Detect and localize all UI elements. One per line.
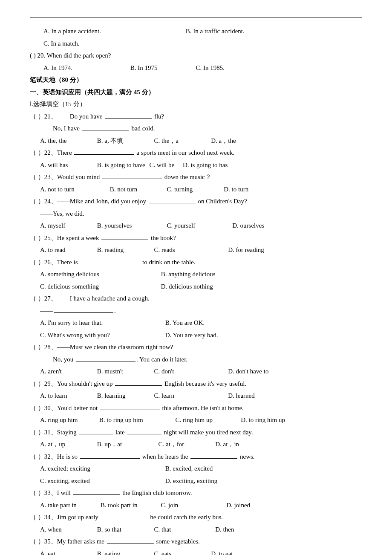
q25-stem-post: the book? [149, 234, 176, 241]
q19-optA: A. In a plane accident. [43, 25, 184, 38]
q21-optA: A. the, the [40, 135, 95, 147]
q34-optD: D. then [215, 523, 234, 536]
q26-optD: D. delicious nothing [161, 280, 213, 293]
q22-blank[interactable] [74, 148, 134, 155]
q21-optD: D. a，the [211, 135, 236, 147]
q29-stem-post: English because it's very useful. [163, 380, 246, 387]
q22-optD: D. is going to has [183, 159, 228, 171]
q35-stem: （ ）35、My father asks me some vegetables. [30, 535, 362, 548]
q35-optA: A. eat [40, 548, 95, 555]
q23-blank[interactable] [102, 172, 162, 179]
q28-blank[interactable] [76, 355, 135, 361]
q21-blank2[interactable] [82, 124, 129, 130]
q21-line2: ——No, I have bad cold. [30, 122, 362, 135]
q22-optC: C. will be [149, 159, 174, 171]
q23-optA: A. not to turn [40, 183, 108, 196]
q27-optB: B. You are OK. [165, 317, 205, 329]
q31-blank1[interactable] [79, 428, 113, 434]
q32-stem-mid: when he hears the [141, 453, 190, 460]
q19-options-line1: A. In a plane accident. B. In a traffic … [30, 25, 362, 38]
q21-stem: （ ）21、——Do you have flu? [30, 110, 362, 123]
q23-stem-post: down the music？ [163, 173, 211, 180]
q25-optD: D. for reading [228, 244, 264, 256]
q27-options-line2: C. What's wrong with you? D. You are ver… [30, 329, 362, 341]
q25-optC: C. reads [154, 244, 227, 256]
q27-blank[interactable] [54, 306, 113, 313]
q32-optA: A. excited; exciting [40, 462, 164, 475]
q32-optC: C. exciting, excited [40, 475, 164, 487]
q23-stem: （ ）23、Would you mind down the music？ [30, 171, 362, 183]
q26-optA: A. something delicious [40, 268, 159, 280]
q32-blank1[interactable] [80, 452, 140, 459]
q22-stem-post: a sports meet in our school next week. [135, 149, 234, 156]
q32-options-line2: C. exciting, excited D. exciting, exciti… [30, 475, 362, 487]
q23-optB: B. not turn [110, 183, 165, 196]
q25-blank[interactable] [101, 233, 148, 240]
q31-optA: A. at，up [40, 438, 95, 451]
q27-options-line1: A. I'm sorry to hear that. B. You are OK… [30, 317, 362, 329]
q30-optA: A. ring up him [40, 414, 98, 426]
q24-stem: （ ）24、——Mike and John, did you enjoy on … [30, 195, 362, 208]
q19-optB: B. In a traffic accident. [186, 28, 245, 35]
q31-optD: D. at，in [215, 438, 239, 451]
q20-optB: B. In 1975 [130, 62, 194, 74]
q35-optC: C. eats [154, 548, 210, 555]
q30-options: A. ring up him B. to ring up him C. ring… [30, 414, 362, 426]
q26-blank[interactable] [80, 257, 140, 264]
section-one-heading: 一、英语知识应用（共四大题，满分 45 分） [30, 86, 362, 98]
q22-stem: （ ）22、There a sports meet in our school … [30, 147, 362, 159]
q34-blank[interactable] [101, 512, 148, 519]
q19-optC: C. In a match. [43, 40, 80, 47]
q25-optA: A. to read [40, 244, 95, 256]
q30-optB: B. to ring up him [99, 414, 174, 426]
q30-blank[interactable] [100, 403, 160, 410]
q28-optA: A. aren't [40, 365, 95, 378]
q24-stem-post: on Children's Day? [196, 198, 247, 205]
q28-line2-post: . You can do it later. [136, 356, 187, 363]
q24-options: A. myself B. yourselves C. yourself D. o… [30, 220, 362, 232]
q21-blank1[interactable] [105, 112, 152, 119]
q28-line2-pre: ——No, you [40, 356, 75, 363]
q30-optC: C. ring him up [176, 414, 239, 426]
q21-options: A. the, the B. a, 不填 C. the，a D. a，the [30, 135, 362, 147]
q22-options: A. will has B. is going to have C. will … [30, 159, 362, 171]
q31-blank2[interactable] [127, 428, 161, 434]
q27-optC: C. What's wrong with you? [40, 329, 164, 341]
q35-options: A. eat B. eating C. eats D. to eat [30, 548, 362, 555]
q22-optA: A. will has [40, 159, 95, 171]
q28-optD: D. don't have to [228, 365, 268, 378]
q24-stem-pre: （ ）24、——Mike and John, did you enjoy [30, 198, 148, 205]
q19-options-line2: C. In a match. [30, 38, 362, 50]
q29-stem: （ ）29、You shouldn't give up English beca… [30, 378, 362, 390]
q25-stem: （ ）25、He spent a week the book? [30, 232, 362, 244]
q26-optB: B. anything delicious [161, 268, 216, 280]
q25-stem-pre: （ ）25、He spent a week [30, 234, 101, 241]
q28-stem: （ ）28、——Must we clean the classroom righ… [30, 341, 362, 353]
section-written-heading: 笔试天地（80 分） [30, 74, 362, 86]
q29-blank[interactable] [115, 379, 162, 386]
q24-optB: B. yourselves [97, 220, 165, 232]
q20-optA: A. In 1974. [43, 62, 129, 74]
q24-optA: A. myself [40, 220, 95, 232]
q33-blank[interactable] [73, 488, 120, 495]
q29-optC: C. learn [154, 390, 227, 402]
q29-stem-pre: （ ）29、You shouldn't give up [30, 380, 114, 387]
q34-optA: A. when [40, 523, 95, 536]
q31-stem-pre: （ ）31、Staying [30, 429, 78, 436]
q32-stem: （ ）32、He is so when he hears the news. [30, 451, 362, 463]
q21-optC: C. the，a [154, 135, 210, 147]
q32-blank2[interactable] [190, 452, 237, 459]
q24-blank[interactable] [149, 197, 196, 203]
q28-optB: B. mustn't [97, 365, 153, 378]
q35-stem-pre: （ ）35、My father asks me [30, 538, 106, 545]
q32-options-line1: A. excited; exciting B. excited, excited [30, 462, 362, 475]
q34-optB: B. so that [97, 523, 153, 536]
q21-stem-pre: （ ）21、——Do you have [30, 113, 104, 120]
q21-line2-post: bad cold. [130, 125, 155, 132]
q33-stem-pre: （ ）33、I will [30, 489, 72, 496]
q35-optD: D. to eat [211, 548, 233, 555]
q35-blank[interactable] [107, 537, 154, 543]
q30-stem-pre: （ ）30、You'd better not [30, 405, 99, 411]
q27-optD: D. You are very bad. [165, 329, 218, 341]
q32-stem-post: news. [238, 453, 254, 460]
